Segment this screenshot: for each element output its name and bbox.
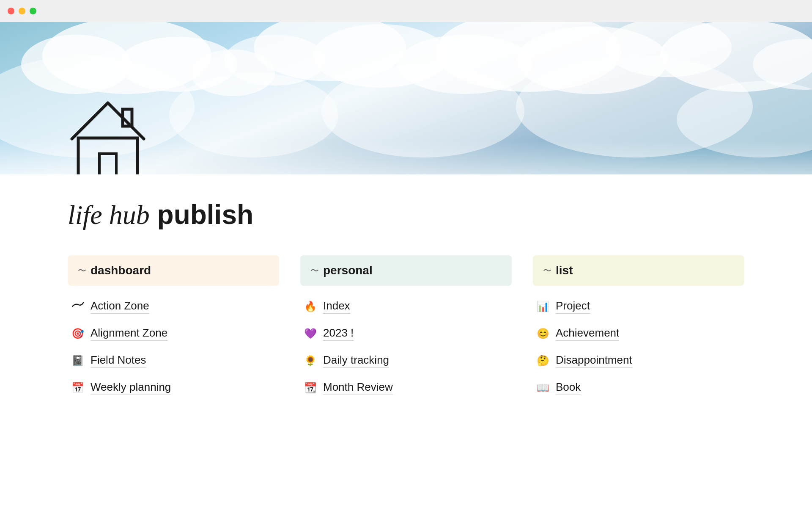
item-label-daily-tracking: Daily tracking <box>323 353 389 368</box>
title-bold: publish <box>157 199 254 230</box>
column-items-list: 📊 Project 😊 Achievement 🤔 Disappointment… <box>533 294 744 400</box>
column-personal: 〜 personal 🔥 Index 💜 2023 ! 🌻 Daily trac… <box>300 255 512 400</box>
item-label-project: Project <box>556 299 590 314</box>
item-month-review[interactable]: 📆 Month Review <box>300 375 512 400</box>
item-label-weekly-planning: Weekly planning <box>91 381 171 395</box>
wave-icon-personal: 〜 <box>310 265 319 276</box>
item-daily-tracking[interactable]: 🌻 Daily tracking <box>300 348 512 373</box>
item-weekly-planning[interactable]: 📅 Weekly planning <box>68 375 279 400</box>
title-bar <box>0 0 812 22</box>
calendar-grid-icon: 📆 <box>304 382 317 394</box>
column-list: 〜 list 📊 Project 😊 Achievement 🤔 Disappo… <box>533 255 744 400</box>
page-content: life hub publish 〜 dashboard Action Zone <box>0 174 812 434</box>
column-title-personal: personal <box>323 264 373 277</box>
fire-icon: 🔥 <box>304 301 317 312</box>
item-project[interactable]: 📊 Project <box>533 294 744 319</box>
calendar-icon: 📅 <box>71 382 85 394</box>
item-disappointment[interactable]: 🤔 Disappointment <box>533 348 744 373</box>
item-label-disappointment: Disappointment <box>556 353 632 368</box>
purple-icon: 💜 <box>304 328 317 340</box>
wave-icon-dashboard: 〜 <box>78 265 86 276</box>
chart-icon: 📊 <box>536 301 550 312</box>
columns-grid: 〜 dashboard Action Zone 🎯 Alignment Zon <box>68 255 744 400</box>
thinking-icon: 🤔 <box>536 355 550 367</box>
traffic-light-close[interactable] <box>8 8 14 14</box>
item-achievement[interactable]: 😊 Achievement <box>533 321 744 346</box>
nike-checkmark-icon <box>71 301 85 312</box>
wave-icon-list: 〜 <box>543 265 551 276</box>
traffic-light-minimize[interactable] <box>19 8 25 14</box>
column-dashboard: 〜 dashboard Action Zone 🎯 Alignment Zon <box>68 255 279 400</box>
item-alignment-zone[interactable]: 🎯 Alignment Zone <box>68 321 279 346</box>
svg-rect-21 <box>99 154 116 174</box>
book-icon: 📖 <box>536 382 550 394</box>
title-italic: life hub <box>68 200 150 230</box>
item-action-zone[interactable]: Action Zone <box>68 294 279 319</box>
hero-banner <box>0 22 812 174</box>
traffic-light-fullscreen[interactable] <box>30 8 36 14</box>
item-label-action-zone: Action Zone <box>91 299 149 314</box>
column-items-personal: 🔥 Index 💜 2023 ! 🌻 Daily tracking 📆 Mont… <box>300 294 512 400</box>
page-title: life hub publish <box>68 200 744 230</box>
item-label-achievement: Achievement <box>556 326 619 341</box>
item-2023[interactable]: 💜 2023 ! <box>300 321 512 346</box>
item-label-field-notes: Field Notes <box>91 353 146 368</box>
sunflower-icon: 🌻 <box>304 355 317 367</box>
column-header-personal: 〜 personal <box>300 255 512 286</box>
item-field-notes[interactable]: 📓 Field Notes <box>68 348 279 373</box>
column-title-list: list <box>556 264 573 277</box>
item-index[interactable]: 🔥 Index <box>300 294 512 319</box>
item-label-month-review: Month Review <box>323 381 393 395</box>
house-icon <box>68 97 148 174</box>
item-book[interactable]: 📖 Book <box>533 375 744 400</box>
target-icon: 🎯 <box>71 328 85 340</box>
svg-rect-20 <box>78 138 137 174</box>
item-label-book: Book <box>556 381 581 395</box>
item-label-index: Index <box>323 299 350 314</box>
column-header-list: 〜 list <box>533 255 744 286</box>
item-label-2023: 2023 ! <box>323 326 354 341</box>
smile-icon: 😊 <box>536 328 550 340</box>
column-items-dashboard: Action Zone 🎯 Alignment Zone 📓 Field Not… <box>68 294 279 400</box>
column-title-dashboard: dashboard <box>91 264 151 277</box>
notebook-icon: 📓 <box>71 355 85 367</box>
column-header-dashboard: 〜 dashboard <box>68 255 279 286</box>
item-label-alignment-zone: Alignment Zone <box>91 326 167 341</box>
